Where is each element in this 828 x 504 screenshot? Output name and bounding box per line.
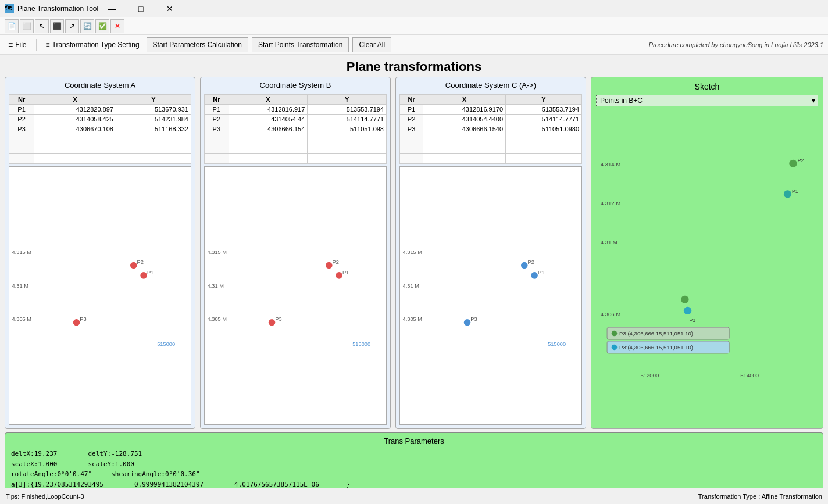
trans-line-3: rotateAngle:0°0'0.47" shearingAngle:0°0'… [11,469,817,480]
svg-text:P3:(4,306,666.15,511,051.10): P3:(4,306,666.15,511,051.10) [619,344,693,351]
svg-text:P3: P3 [80,316,86,322]
page-title: Plane transformations [0,55,828,77]
coord-b-col-y: Y [308,95,387,105]
table-row-empty [400,154,582,164]
minimize-button[interactable]: — [98,0,125,17]
start-transform-button[interactable]: Start Points Transformation [252,37,349,52]
svg-text:P2: P2 [333,259,339,265]
table-row: P34306670.108511168.332 [9,124,191,134]
svg-text:4.31 M: 4.31 M [12,283,28,289]
svg-text:4.31 M: 4.31 M [601,239,618,245]
transformation-type-menu[interactable]: ≡ Transformation Type Setting [42,39,143,51]
svg-text:4.315 M: 4.315 M [208,249,227,255]
window-title: Plane Transformation Tool [17,5,98,13]
table-cell-empty [205,134,229,144]
table-row: P14312820.897513670.931 [9,105,191,115]
table-cell-empty [9,134,34,144]
table-cell: 4314058.425 [34,115,116,124]
svg-point-27 [464,319,471,326]
svg-text:514000: 514000 [740,372,759,378]
sketch-title: Sketch [596,82,818,91]
table-cell-empty [205,144,229,154]
close-button[interactable]: ✕ [156,0,183,17]
status-bar: Tips: Finished,LoopCount-3 Transformatio… [0,488,828,504]
table-cell: 4314054.44 [229,115,308,124]
coord-c-col-x: X [423,95,506,105]
content-area: Plane transformations Coordinate System … [0,55,828,504]
table-cell: P3 [400,124,423,134]
chart-a: 4.315 M 4.31 M 4.305 M P2 P1 P3 515000 [9,166,191,425]
table-cell-empty [423,144,506,154]
icon-btn-5[interactable]: ↗ [65,19,79,33]
icon-btn-8[interactable]: ✕ [110,19,124,33]
svg-text:4.315 M: 4.315 M [403,249,422,255]
trans-params-title: Trans Parameters [11,437,817,445]
coord-c-col-nr: Nr [400,95,423,105]
svg-text:P2: P2 [137,259,144,265]
table-cell-empty [308,154,387,164]
coord-panel-c: Coordinate System C (A->) Nr X Y P143128… [395,77,586,429]
table-cell: P2 [9,115,34,124]
sketch-canvas: 4.314 M 4.312 M 4.31 M 4.306 M P2 P1 [596,109,818,424]
svg-point-15 [336,272,342,279]
coord-panel-b: Coordinate System B Nr X Y P14312816.917… [200,77,391,429]
maximize-button[interactable]: □ [127,0,154,17]
file-menu[interactable]: ≡ File [5,38,30,51]
sketch-panel: Sketch Points in B+C 4.314 M 4.312 M 4.3… [591,77,823,429]
file-menu-label: File [15,41,26,49]
trans-line-2: scaleX:1.000 scaleY:1.000 [11,459,817,470]
table-row: P14312816.917513553.7194 [205,105,387,115]
app-icon: 🗺 [5,4,14,13]
table-row-empty [9,154,191,164]
svg-text:512000: 512000 [640,372,659,378]
table-row-empty [205,134,387,144]
table-cell-empty [34,134,116,144]
start-calc-button[interactable]: Start Parameters Calculation [147,37,248,52]
table-cell: 513553.7194 [308,105,387,115]
svg-point-3 [130,262,137,269]
svg-point-25 [531,272,538,279]
transformation-type-icon: ≡ [46,41,50,49]
transformation-type-label: Transformation Type Setting [52,41,140,49]
table-cell-empty [308,134,387,144]
table-cell: 4306666.154 [229,124,308,134]
svg-text:P1: P1 [792,188,798,194]
svg-point-45 [612,345,618,351]
table-cell: 4312816.917 [229,105,308,115]
coord-b-table: Nr X Y P14312816.917513553.7194P24314054… [204,94,387,164]
coord-a-title: Coordinate System A [9,81,191,90]
svg-text:515000: 515000 [352,341,370,347]
icon-btn-1[interactable]: 📄 [5,19,19,33]
icon-btn-2[interactable]: ⬜ [20,19,34,33]
status-right: Transformation Type : Affine Transformat… [698,493,822,500]
table-cell: 4312820.897 [34,105,116,115]
table-cell-empty [229,144,308,154]
svg-text:P3: P3 [275,316,281,322]
svg-point-36 [784,190,791,198]
trans-line-1: deltX:19.237 deltY:-128.751 [11,449,817,459]
svg-point-39 [684,307,691,314]
coord-c-table: Nr X Y P14312816.9170513553.7194P2431405… [399,94,582,164]
table-row: P14312816.9170513553.7194 [400,105,582,115]
svg-text:P1: P1 [342,270,349,276]
svg-text:4.306 M: 4.306 M [601,311,621,317]
icon-btn-7[interactable]: ✅ [95,19,109,33]
table-cell: 513553.7194 [506,105,582,115]
icon-btn-6[interactable]: 🔄 [80,19,94,33]
coord-panel-a: Coordinate System A Nr X Y P14312820.897… [5,77,195,429]
svg-point-38 [681,296,688,303]
table-cell: 514114.7771 [308,115,387,124]
icon-btn-4[interactable]: ⬛ [50,19,64,33]
sketch-dropdown[interactable]: Points in B+C [596,95,818,106]
table-row: P24314054.4400514114.7771 [400,115,582,124]
svg-text:P1: P1 [538,270,544,276]
coord-b-col-nr: Nr [205,95,229,105]
clear-all-button[interactable]: Clear All [352,37,391,52]
table-cell-empty [423,154,506,164]
icon-btn-3[interactable]: ↖ [35,19,49,33]
coord-a-col-x: X [34,95,116,105]
svg-point-17 [269,319,276,326]
svg-text:P3: P3 [470,316,477,322]
table-row-empty [205,144,387,154]
table-cell-empty [34,144,116,154]
